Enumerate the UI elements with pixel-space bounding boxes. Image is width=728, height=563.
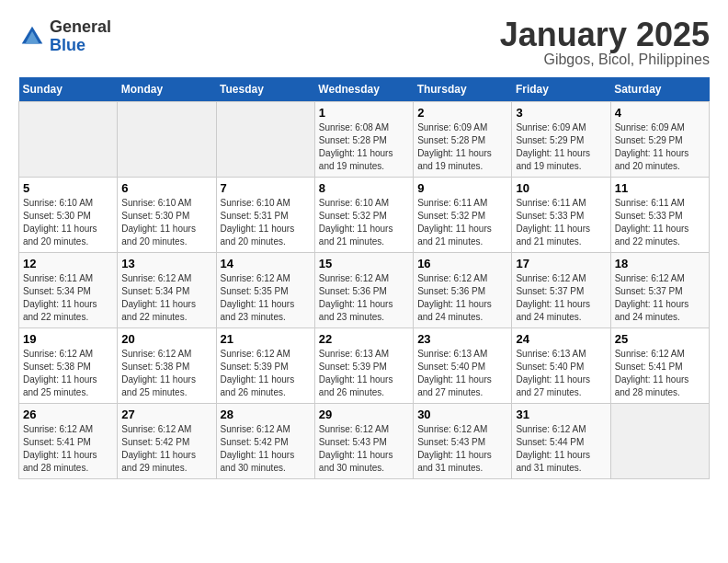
day-number: 13 (121, 257, 211, 270)
calendar-cell: 21Sunrise: 6:12 AMSunset: 5:39 PMDayligh… (216, 328, 314, 404)
day-number: 30 (417, 408, 507, 421)
calendar-cell: 5Sunrise: 6:10 AMSunset: 5:30 PMDaylight… (19, 178, 118, 253)
calendar-cell: 1Sunrise: 6:08 AMSunset: 5:28 PMDaylight… (314, 102, 413, 178)
day-info: Sunrise: 6:12 AMSunset: 5:37 PMDaylight:… (615, 272, 705, 324)
header-friday: Friday (512, 77, 610, 102)
day-number: 2 (417, 106, 507, 120)
day-info: Sunrise: 6:12 AMSunset: 5:41 PMDaylight:… (23, 423, 113, 475)
logo-icon (18, 23, 46, 51)
day-number: 18 (615, 257, 705, 270)
calendar-cell: 11Sunrise: 6:11 AMSunset: 5:33 PMDayligh… (610, 178, 709, 253)
calendar-cell: 20Sunrise: 6:12 AMSunset: 5:38 PMDayligh… (118, 328, 216, 404)
day-number: 22 (319, 332, 409, 346)
day-info: Sunrise: 6:09 AMSunset: 5:29 PMDaylight:… (615, 121, 705, 173)
calendar-week-row: 5Sunrise: 6:10 AMSunset: 5:30 PMDaylight… (19, 178, 710, 253)
day-number: 24 (516, 332, 606, 346)
day-info: Sunrise: 6:13 AMSunset: 5:40 PMDaylight:… (417, 348, 507, 399)
day-number: 14 (221, 257, 311, 270)
calendar-cell: 16Sunrise: 6:12 AMSunset: 5:36 PMDayligh… (414, 253, 512, 328)
day-info: Sunrise: 6:12 AMSunset: 5:34 PMDaylight:… (121, 272, 211, 324)
day-info: Sunrise: 6:12 AMSunset: 5:44 PMDaylight:… (516, 423, 606, 475)
day-number: 10 (516, 181, 606, 195)
calendar-header-row: SundayMondayTuesdayWednesdayThursdayFrid… (19, 77, 710, 102)
day-info: Sunrise: 6:09 AMSunset: 5:28 PMDaylight:… (417, 121, 507, 173)
calendar-cell: 14Sunrise: 6:12 AMSunset: 5:35 PMDayligh… (216, 253, 314, 328)
day-info: Sunrise: 6:11 AMSunset: 5:32 PMDaylight:… (417, 197, 507, 248)
day-number: 21 (221, 332, 311, 346)
calendar-cell: 29Sunrise: 6:12 AMSunset: 5:43 PMDayligh… (314, 404, 413, 479)
calendar-subtitle: Gibgos, Bicol, Philippines (500, 52, 710, 68)
calendar-title: January 2025 (500, 18, 710, 52)
day-info: Sunrise: 6:12 AMSunset: 5:38 PMDaylight:… (23, 348, 113, 399)
day-info: Sunrise: 6:12 AMSunset: 5:36 PMDaylight:… (319, 272, 409, 324)
day-info: Sunrise: 6:11 AMSunset: 5:34 PMDaylight:… (23, 272, 113, 324)
calendar-cell (19, 102, 118, 178)
day-info: Sunrise: 6:10 AMSunset: 5:32 PMDaylight:… (319, 197, 409, 248)
calendar-cell (610, 404, 709, 479)
calendar-cell: 19Sunrise: 6:12 AMSunset: 5:38 PMDayligh… (19, 328, 118, 404)
header-sunday: Sunday (19, 77, 118, 102)
calendar-cell: 24Sunrise: 6:13 AMSunset: 5:40 PMDayligh… (512, 328, 610, 404)
day-number: 8 (319, 181, 409, 195)
day-number: 5 (23, 181, 113, 195)
day-number: 11 (615, 181, 705, 195)
calendar-cell (216, 102, 314, 178)
calendar-cell: 6Sunrise: 6:10 AMSunset: 5:30 PMDaylight… (118, 178, 216, 253)
day-number: 20 (121, 332, 211, 346)
calendar-cell: 3Sunrise: 6:09 AMSunset: 5:29 PMDaylight… (512, 102, 610, 178)
day-info: Sunrise: 6:12 AMSunset: 5:42 PMDaylight:… (121, 423, 211, 475)
day-number: 3 (516, 106, 606, 120)
day-number: 15 (319, 257, 409, 270)
day-info: Sunrise: 6:12 AMSunset: 5:43 PMDaylight:… (417, 423, 507, 475)
day-number: 4 (615, 106, 705, 120)
calendar-cell: 17Sunrise: 6:12 AMSunset: 5:37 PMDayligh… (512, 253, 610, 328)
header-saturday: Saturday (610, 77, 709, 102)
calendar-week-row: 26Sunrise: 6:12 AMSunset: 5:41 PMDayligh… (19, 404, 710, 479)
calendar-cell: 8Sunrise: 6:10 AMSunset: 5:32 PMDaylight… (314, 178, 413, 253)
calendar-cell: 2Sunrise: 6:09 AMSunset: 5:28 PMDaylight… (414, 102, 512, 178)
calendar-cell: 15Sunrise: 6:12 AMSunset: 5:36 PMDayligh… (314, 253, 413, 328)
day-number: 9 (417, 181, 507, 195)
calendar-cell: 31Sunrise: 6:12 AMSunset: 5:44 PMDayligh… (512, 404, 610, 479)
calendar-cell: 28Sunrise: 6:12 AMSunset: 5:42 PMDayligh… (216, 404, 314, 479)
calendar-cell: 18Sunrise: 6:12 AMSunset: 5:37 PMDayligh… (610, 253, 709, 328)
calendar-week-row: 12Sunrise: 6:11 AMSunset: 5:34 PMDayligh… (19, 253, 710, 328)
logo: General Blue (18, 18, 111, 55)
page-header: General Blue January 2025 Gibgos, Bicol,… (18, 18, 710, 68)
logo-text: General Blue (50, 18, 111, 55)
day-number: 31 (516, 408, 606, 421)
calendar-week-row: 1Sunrise: 6:08 AMSunset: 5:28 PMDaylight… (19, 102, 710, 178)
day-number: 27 (121, 408, 211, 421)
day-info: Sunrise: 6:12 AMSunset: 5:37 PMDaylight:… (516, 272, 606, 324)
calendar-cell: 26Sunrise: 6:12 AMSunset: 5:41 PMDayligh… (19, 404, 118, 479)
calendar-cell (118, 102, 216, 178)
calendar-cell: 23Sunrise: 6:13 AMSunset: 5:40 PMDayligh… (414, 328, 512, 404)
day-number: 16 (417, 257, 507, 270)
calendar-cell: 25Sunrise: 6:12 AMSunset: 5:41 PMDayligh… (610, 328, 709, 404)
calendar-cell: 13Sunrise: 6:12 AMSunset: 5:34 PMDayligh… (118, 253, 216, 328)
calendar-cell: 4Sunrise: 6:09 AMSunset: 5:29 PMDaylight… (610, 102, 709, 178)
day-number: 7 (221, 181, 311, 195)
logo-blue-label: Blue (50, 37, 111, 55)
day-info: Sunrise: 6:11 AMSunset: 5:33 PMDaylight:… (516, 197, 606, 248)
calendar-cell: 10Sunrise: 6:11 AMSunset: 5:33 PMDayligh… (512, 178, 610, 253)
header-wednesday: Wednesday (314, 77, 413, 102)
day-info: Sunrise: 6:12 AMSunset: 5:43 PMDaylight:… (319, 423, 409, 475)
day-info: Sunrise: 6:12 AMSunset: 5:36 PMDaylight:… (417, 272, 507, 324)
day-number: 28 (221, 408, 311, 421)
day-info: Sunrise: 6:12 AMSunset: 5:41 PMDaylight:… (615, 348, 705, 399)
day-number: 17 (516, 257, 606, 270)
calendar-cell: 9Sunrise: 6:11 AMSunset: 5:32 PMDaylight… (414, 178, 512, 253)
day-info: Sunrise: 6:13 AMSunset: 5:40 PMDaylight:… (516, 348, 606, 399)
header-thursday: Thursday (414, 77, 512, 102)
day-info: Sunrise: 6:12 AMSunset: 5:42 PMDaylight:… (221, 423, 311, 475)
day-info: Sunrise: 6:10 AMSunset: 5:30 PMDaylight:… (121, 197, 211, 248)
calendar-week-row: 19Sunrise: 6:12 AMSunset: 5:38 PMDayligh… (19, 328, 710, 404)
day-number: 6 (121, 181, 211, 195)
logo-general-label: General (50, 18, 111, 37)
header-monday: Monday (118, 77, 216, 102)
day-info: Sunrise: 6:10 AMSunset: 5:31 PMDaylight:… (221, 197, 311, 248)
day-info: Sunrise: 6:11 AMSunset: 5:33 PMDaylight:… (615, 197, 705, 248)
calendar-table: SundayMondayTuesdayWednesdayThursdayFrid… (18, 77, 710, 479)
header-tuesday: Tuesday (216, 77, 314, 102)
